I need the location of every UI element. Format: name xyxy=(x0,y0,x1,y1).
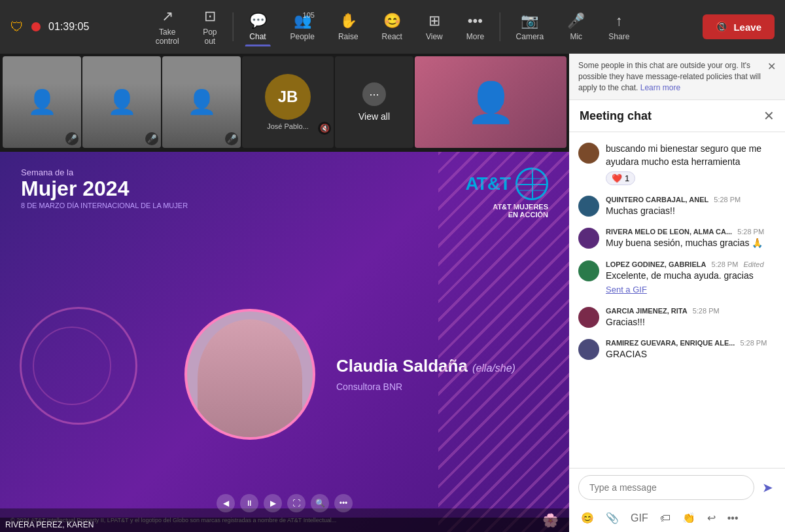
slide-controls: ◀ ⏸ ▶ ⛶ 🔍 ••• xyxy=(0,494,569,512)
msg-avatar-3 xyxy=(578,260,599,281)
more-tools-button[interactable]: ••• xyxy=(725,510,741,527)
emoji-button[interactable]: 😊 xyxy=(578,509,597,527)
slide-main-title: Mujer 2024 xyxy=(21,177,188,200)
jb-name: José Pablo... xyxy=(267,122,309,130)
chat-button[interactable]: 💬 Chat xyxy=(237,7,279,46)
phone-end-icon: 📵 xyxy=(716,21,728,33)
msg-body-3: LOPEZ GODINEZ, GABRIELA 5:28 PM Edited E… xyxy=(606,260,776,296)
msg-edited-3: Edited xyxy=(743,260,763,268)
thumbnails-strip: 👤 🎤 👤 🎤 👤 🎤 JB José Pablo... 🔇 xyxy=(0,54,569,152)
jb-avatar: JB José Pablo... xyxy=(242,56,334,148)
sticker-button[interactable]: 🏷 xyxy=(657,510,673,527)
chat-message-input[interactable] xyxy=(578,475,754,500)
msg-avatar-4 xyxy=(578,307,599,328)
video-area: 👤 🎤 👤 🎤 👤 🎤 JB José Pablo... 🔇 xyxy=(0,54,569,532)
close-chat-button[interactable]: ✕ xyxy=(763,108,775,124)
msg-sender-4: GARCIA JIMENEZ, RITA xyxy=(606,307,688,315)
thumbnail-speaker[interactable]: 👤 xyxy=(415,56,567,148)
thumb-mic-icon-1: 🎤 xyxy=(65,132,78,145)
thumbnail-jb[interactable]: JB José Pablo... 🔇 xyxy=(242,56,334,148)
top-bar-right: 📵 Leave xyxy=(703,14,775,39)
reaction-emoji-0: ❤️ xyxy=(612,173,622,183)
thumbnail-2[interactable]: 👤 🎤 xyxy=(82,56,161,148)
msg-reaction-0[interactable]: ❤️ 1 xyxy=(606,171,635,185)
camera-icon: 📷 xyxy=(521,12,538,29)
thumbnail-3[interactable]: 👤 🎤 xyxy=(162,56,241,148)
msg-text-0: buscando mi bienestar seguro que me ayud… xyxy=(606,143,776,168)
msg-avatar-5 xyxy=(578,339,599,360)
leave-button[interactable]: 📵 Leave xyxy=(703,14,775,39)
bottom-speaker-name: RIVERA PEREZ, KAREN xyxy=(0,518,569,532)
more-controls-button[interactable]: ••• xyxy=(334,494,353,512)
chat-panel: Some people in this chat are outside you… xyxy=(569,54,785,532)
msg-time-2: 5:28 PM xyxy=(737,228,764,236)
thumbnail-1[interactable]: 👤 🎤 xyxy=(3,56,81,148)
next-slide-button[interactable]: ▶ xyxy=(264,494,282,512)
prev-slide-button[interactable]: ◀ xyxy=(217,494,235,512)
view-all-button[interactable]: ··· View all xyxy=(335,56,413,148)
msg-avatar-2 xyxy=(578,228,599,249)
mic-icon: 🎤 xyxy=(567,12,585,29)
chat-header: Meeting chat ✕ xyxy=(569,100,785,132)
msg-time-5: 5:28 PM xyxy=(740,339,767,347)
send-message-button[interactable]: ➤ xyxy=(759,477,776,498)
chat-toolbar: 😊 📎 GIF 🏷 👏 ↩ ••• xyxy=(569,506,785,532)
close-notice-button[interactable]: ✕ xyxy=(767,60,776,73)
jb-mic-icon: 🔇 xyxy=(318,122,331,135)
praise-button[interactable]: 👏 xyxy=(680,509,698,527)
msg-time-3: 5:28 PM xyxy=(711,260,738,268)
chat-messages[interactable]: buscando mi bienestar seguro que me ayud… xyxy=(569,132,785,468)
mic-button[interactable]: 🎤 Mic xyxy=(555,7,597,46)
divider-2 xyxy=(500,12,500,41)
msg-body-4: GARCIA JIMENEZ, RITA 5:28 PM Gracias!!! xyxy=(606,307,776,329)
slide-eyebrow: Semana de la xyxy=(21,168,188,177)
attach-button[interactable]: 📎 xyxy=(603,509,621,527)
play-pause-button[interactable]: ⏸ xyxy=(240,494,258,512)
fullscreen-button[interactable]: ⛶ xyxy=(287,494,305,512)
pop-out-button[interactable]: ⊡ Pop out xyxy=(191,3,229,51)
share-button[interactable]: ↑ Share xyxy=(597,7,641,46)
msg-sender-5: RAMIREZ GUEVARA, ENRIQUE ALE... xyxy=(606,339,735,347)
loop-button[interactable]: ↩ xyxy=(705,509,718,527)
top-bar: 🛡 01:39:05 ↗ Take control ⊡ Pop out 💬 Ch… xyxy=(0,0,785,54)
share-icon: ↑ xyxy=(616,12,623,29)
raise-button[interactable]: ✋ Raise xyxy=(326,7,370,46)
msg-header-3: LOPEZ GODINEZ, GABRIELA 5:28 PM Edited xyxy=(606,260,776,268)
more-button[interactable]: ••• More xyxy=(455,7,496,46)
msg-header-4: GARCIA JIMENEZ, RITA 5:28 PM xyxy=(606,307,776,315)
msg-avatar-0 xyxy=(578,143,599,164)
chat-message-1: QUINTERO CARBAJAL, ANEL 5:28 PM Muchas g… xyxy=(569,190,785,223)
take-control-button[interactable]: ↗ Take control xyxy=(144,3,191,51)
presenter-silhouette xyxy=(198,319,302,437)
slide-date: 8 DE MARZO DÍA INTERNACIONAL DE LA MUJER xyxy=(21,202,188,209)
react-button[interactable]: 😊 React xyxy=(370,7,414,46)
shield-icon: 🛡 xyxy=(10,20,24,35)
chat-message-4: GARCIA JIMENEZ, RITA 5:28 PM Gracias!!! xyxy=(569,302,785,334)
people-button[interactable]: 👥 105 People xyxy=(279,7,326,46)
speaker-video-feed: 👤 xyxy=(415,56,567,148)
pop-out-icon: ⊡ xyxy=(204,8,216,25)
view-all-label: View all xyxy=(358,111,390,122)
presentation-slide: Semana de la Mujer 2024 8 DE MARZO DÍA I… xyxy=(0,152,569,532)
msg-header-2: RIVERA MELO DE LEON, ALMA CA... 5:28 PM xyxy=(606,228,776,236)
people-count: 105 xyxy=(303,11,315,19)
chat-message-3: LOPEZ GODINEZ, GABRIELA 5:28 PM Edited E… xyxy=(569,255,785,302)
chat-icon: 💬 xyxy=(249,12,267,29)
reaction-count-0: 1 xyxy=(625,173,629,183)
zoom-button[interactable]: 🔍 xyxy=(311,494,329,512)
msg-body-0: buscando mi bienestar seguro que me ayud… xyxy=(606,143,776,185)
camera-button[interactable]: 📷 Camera xyxy=(504,7,556,46)
view-button[interactable]: ⊞ View xyxy=(414,7,455,46)
chat-message-continuation: buscando mi bienestar seguro que me ayud… xyxy=(569,137,785,190)
sent-gif-link[interactable]: Sent a GIF xyxy=(606,285,647,294)
chat-input-area: ➤ xyxy=(569,468,785,506)
msg-header-1: QUINTERO CARBAJAL, ANEL 5:28 PM xyxy=(606,196,776,204)
timer: 01:39:05 xyxy=(48,21,89,33)
learn-more-link[interactable]: Learn more xyxy=(640,83,680,92)
main-content: 👤 🎤 👤 🎤 👤 🎤 JB José Pablo... 🔇 xyxy=(0,54,785,532)
msg-text-4: Gracias!!! xyxy=(606,316,776,329)
gif-button[interactable]: GIF xyxy=(628,510,651,527)
dots-icon: ··· xyxy=(362,82,386,106)
chat-notice-text: Some people in this chat are outside you… xyxy=(578,60,762,93)
react-icon: 😊 xyxy=(383,12,401,29)
